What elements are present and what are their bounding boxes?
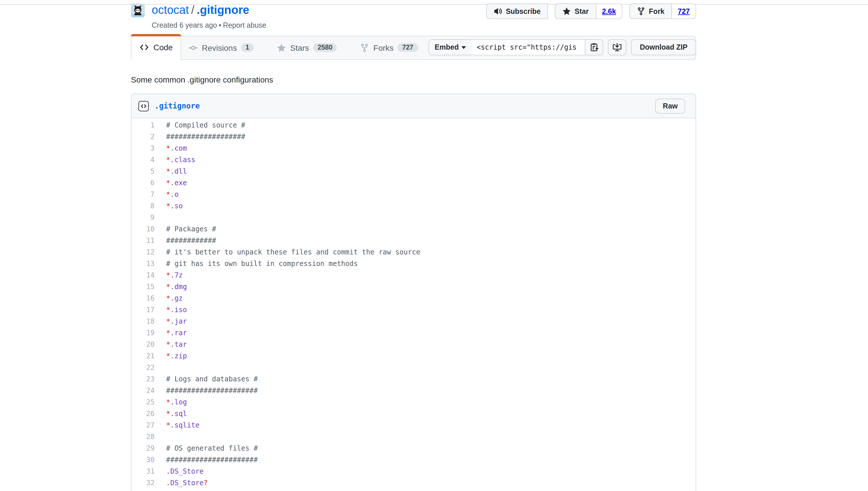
tab-stars[interactable]: Stars 2580: [265, 43, 349, 52]
line-number: 24: [131, 385, 155, 396]
line-number: 27: [131, 420, 155, 431]
star-button[interactable]: Star: [555, 3, 596, 19]
line-number: 8: [131, 200, 155, 212]
desktop-download-icon: [613, 43, 622, 52]
code-line: 11############: [131, 235, 695, 247]
embed-script-input[interactable]: [472, 39, 585, 55]
code-line: 13# git has its own built in compression…: [131, 258, 695, 269]
file-code-icon: [139, 101, 149, 111]
line-content: *.o: [155, 189, 179, 200]
line-content: *.rar: [155, 327, 187, 339]
line-number: 32: [131, 477, 155, 489]
line-content: ._*: [155, 489, 179, 491]
line-content: *.so: [155, 200, 183, 212]
owner-link[interactable]: octocat: [152, 3, 189, 16]
tab-code[interactable]: Code: [131, 34, 181, 60]
line-content: *.zip: [155, 350, 187, 362]
embed-input-group: Embed: [428, 39, 603, 55]
raw-button[interactable]: Raw: [656, 98, 685, 113]
fork-button[interactable]: Fork: [629, 3, 672, 19]
file-header: .gitignore Raw: [131, 94, 695, 118]
download-zip-button[interactable]: Download ZIP: [631, 39, 696, 55]
line-content: ######################: [155, 454, 258, 466]
star-count[interactable]: 2.6k: [596, 3, 622, 19]
report-abuse-link[interactable]: Report abuse: [223, 21, 266, 29]
line-content: ######################: [155, 385, 258, 396]
code-line: 17*.iso: [131, 304, 695, 316]
gist-header: octocat/.gitignore Subscribe: [131, 2, 696, 29]
line-content: *.com: [155, 143, 187, 154]
repo-forked-icon: [360, 43, 369, 52]
line-content: *.jar: [155, 316, 187, 327]
line-content: [155, 362, 166, 373]
line-number: 23: [131, 373, 155, 385]
line-number: 4: [131, 154, 155, 166]
line-number: 11: [131, 235, 155, 247]
line-content: # OS generated files #: [155, 442, 258, 454]
gist-description: Some common .gitignore configurations: [131, 75, 273, 84]
star-icon: [277, 43, 286, 52]
code-line: 16*.gz: [131, 292, 695, 304]
line-content: *.tar: [155, 339, 187, 350]
line-content: # Logs and databases #: [155, 373, 258, 385]
code-viewer: 1# Compiled source #2###################…: [131, 118, 695, 491]
title-separator: /: [189, 3, 197, 16]
line-content: .DS_Store: [155, 466, 204, 477]
copy-to-clipboard-button[interactable]: [585, 39, 604, 55]
code-line: 25*.log: [131, 396, 695, 408]
embed-dropdown-button[interactable]: Embed: [428, 39, 472, 55]
code-line: 30######################: [131, 454, 695, 466]
revisions-count-badge: 1: [241, 43, 254, 52]
line-content: *.dmg: [155, 281, 187, 292]
code-line: 10# Packages #: [131, 223, 695, 235]
line-number: 3: [131, 143, 155, 154]
dropdown-caret-icon: [462, 46, 466, 49]
line-number: 12: [131, 247, 155, 258]
line-number: 5: [131, 166, 155, 177]
star-group: Star 2.6k: [555, 3, 622, 19]
line-number: 28: [131, 431, 155, 442]
line-number: 17: [131, 304, 155, 316]
line-number: 22: [131, 362, 155, 373]
unmute-icon: [494, 7, 502, 16]
code-line: 15*.dmg: [131, 281, 695, 292]
star-icon: [563, 7, 571, 16]
fork-group: Fork 727: [629, 3, 696, 19]
tab-forks[interactable]: Forks 727: [349, 43, 429, 52]
gist-name-link[interactable]: .gitignore: [197, 3, 249, 16]
line-content: *.sqlite: [155, 420, 200, 431]
line-number: 21: [131, 350, 155, 362]
code-line: 20*.tar: [131, 339, 695, 350]
line-number: 13: [131, 258, 155, 269]
line-content: *.gz: [155, 292, 183, 304]
download-gist-button[interactable]: [608, 39, 627, 55]
embed-controls: Embed: [428, 39, 696, 55]
octocat-avatar[interactable]: [131, 3, 145, 17]
file-name-link[interactable]: .gitignore: [155, 102, 200, 110]
code-line: 23# Logs and databases #: [131, 373, 695, 385]
code-line: 26*.sql: [131, 408, 695, 420]
line-number: 20: [131, 339, 155, 350]
subscribe-button[interactable]: Subscribe: [486, 3, 548, 19]
line-number: 18: [131, 316, 155, 327]
tab-revisions[interactable]: Revisions 1: [186, 43, 265, 52]
gist-meta: Created 6 years ago•Report abuse: [152, 21, 696, 29]
tab-navigation: Code Revisions 1 Stars 2580: [131, 34, 696, 60]
code-line: 18*.jar: [131, 316, 695, 327]
line-number: 31: [131, 466, 155, 477]
code-line: 9: [131, 212, 695, 223]
code-line: 22: [131, 362, 695, 373]
code-line: 21*.zip: [131, 350, 695, 362]
fork-count[interactable]: 727: [672, 3, 696, 19]
subscribe-group: Subscribe: [486, 3, 548, 19]
stars-count-badge: 2580: [313, 43, 337, 52]
code-line: 32.DS_Store?: [131, 477, 695, 489]
gist-page: octocat/.gitignore Subscribe: [0, 0, 868, 491]
line-number: 30: [131, 454, 155, 466]
code-line: 24######################: [131, 385, 695, 396]
code-line: 12# it's better to unpack these files an…: [131, 247, 695, 258]
code-line: 27*.sqlite: [131, 420, 695, 431]
line-content: *.7z: [155, 269, 183, 281]
code-line: 19*.rar: [131, 327, 695, 339]
line-content: *.iso: [155, 304, 187, 316]
